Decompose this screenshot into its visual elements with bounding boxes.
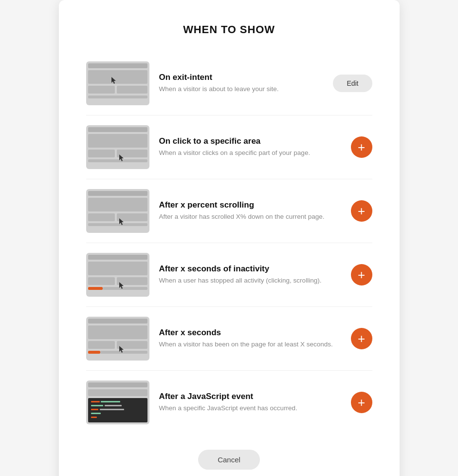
plus-icon: +: [358, 332, 365, 345]
svg-rect-10: [88, 150, 115, 157]
svg-rect-19: [88, 223, 147, 226]
item-action-click-area: +: [351, 136, 372, 158]
item-action-timer: +: [351, 328, 372, 349]
svg-rect-41: [91, 401, 100, 402]
item-desc: When a user has stopped all activity (cl…: [159, 276, 341, 286]
add-button[interactable]: +: [351, 264, 372, 286]
add-button[interactable]: +: [351, 328, 372, 349]
svg-rect-11: [117, 150, 147, 157]
when-to-show-modal: WHEN TO SHOW On exit-intent When a visit…: [59, 0, 400, 476]
plus-icon: +: [358, 141, 365, 153]
item-row: After x percent scrolling After a visito…: [86, 179, 372, 243]
item-action-js-event: +: [351, 392, 372, 413]
item-action-scroll: +: [351, 200, 372, 222]
item-row: After x seconds When a visitor has been …: [86, 307, 372, 371]
svg-rect-4: [117, 86, 147, 94]
plus-icon: +: [358, 268, 365, 281]
plus-icon: +: [358, 205, 365, 217]
item-content-inactivity: After x seconds of inactivity When a use…: [159, 264, 341, 286]
svg-rect-5: [88, 95, 147, 98]
svg-rect-24: [88, 277, 115, 285]
add-button[interactable]: +: [351, 136, 372, 158]
thumbnail-exit-intent: [86, 61, 149, 105]
svg-rect-43: [91, 405, 103, 406]
item-title: On exit-intent: [159, 73, 324, 82]
svg-rect-45: [91, 409, 98, 410]
svg-rect-23: [88, 262, 147, 275]
svg-rect-3: [88, 86, 115, 94]
svg-rect-34: [88, 351, 100, 354]
svg-rect-27: [103, 287, 147, 290]
item-content-timer: After x seconds When a visitor has been …: [159, 328, 341, 349]
svg-rect-30: [88, 319, 147, 324]
svg-rect-1: [88, 63, 147, 68]
item-content-click-area: On click to a specific area When a visit…: [159, 136, 341, 158]
edit-button[interactable]: Edit: [333, 75, 372, 92]
item-action-inactivity: +: [351, 264, 372, 286]
item-title: After x percent scrolling: [159, 200, 341, 210]
add-button[interactable]: +: [351, 200, 372, 222]
svg-rect-17: [88, 213, 115, 221]
thumbnail-js-event: [86, 381, 149, 424]
svg-rect-15: [88, 191, 147, 196]
svg-rect-18: [117, 213, 147, 221]
svg-rect-16: [88, 198, 147, 211]
modal-footer: Cancel: [86, 450, 372, 470]
svg-rect-8: [88, 127, 147, 132]
cancel-button[interactable]: Cancel: [198, 450, 260, 470]
item-action-exit-intent: Edit: [333, 75, 372, 92]
svg-rect-46: [100, 409, 124, 410]
item-row: After a JavaScript event When a specific…: [86, 371, 372, 434]
svg-rect-48: [91, 417, 97, 418]
thumbnail-inactivity: [86, 253, 149, 297]
item-desc: When a visitor clicks on a specific part…: [159, 149, 341, 158]
item-desc: When a specific JavaScript event has occ…: [159, 404, 341, 413]
item-row: On click to a specific area When a visit…: [86, 115, 372, 179]
svg-rect-39: [88, 389, 147, 396]
item-title: After x seconds: [159, 328, 341, 338]
svg-rect-2: [88, 70, 147, 84]
svg-rect-31: [88, 325, 147, 339]
add-button[interactable]: +: [351, 392, 372, 413]
item-content-scroll: After x percent scrolling After a visito…: [159, 200, 341, 222]
svg-rect-44: [105, 405, 122, 406]
plus-icon: +: [358, 396, 365, 409]
item-title: On click to a specific area: [159, 136, 341, 146]
item-row: After x seconds of inactivity When a use…: [86, 243, 372, 307]
item-desc: When a visitor has been on the page for …: [159, 340, 341, 349]
item-title: After a JavaScript event: [159, 392, 341, 401]
svg-rect-35: [100, 351, 147, 354]
thumbnail-timer: [86, 317, 149, 361]
svg-rect-22: [88, 255, 147, 260]
item-row: On exit-intent When a visitor is about t…: [86, 52, 372, 115]
svg-rect-9: [88, 134, 147, 148]
svg-rect-25: [117, 277, 147, 285]
svg-rect-33: [117, 341, 147, 349]
svg-rect-47: [91, 413, 101, 414]
svg-rect-42: [101, 401, 120, 402]
svg-rect-26: [88, 287, 103, 290]
items-list: On exit-intent When a visitor is about t…: [86, 52, 372, 434]
svg-rect-12: [88, 159, 147, 162]
item-content-exit-intent: On exit-intent When a visitor is about t…: [159, 73, 324, 94]
svg-rect-38: [88, 382, 147, 387]
item-desc: When a visitor is about to leave your si…: [159, 85, 324, 94]
item-desc: After a visitor has scrolled X% down on …: [159, 212, 341, 222]
svg-rect-32: [88, 341, 115, 349]
thumbnail-scroll: [86, 189, 149, 233]
thumbnail-click-area: [86, 125, 149, 169]
item-content-js-event: After a JavaScript event When a specific…: [159, 392, 341, 413]
item-title: After x seconds of inactivity: [159, 264, 341, 274]
modal-title: WHEN TO SHOW: [86, 23, 372, 36]
